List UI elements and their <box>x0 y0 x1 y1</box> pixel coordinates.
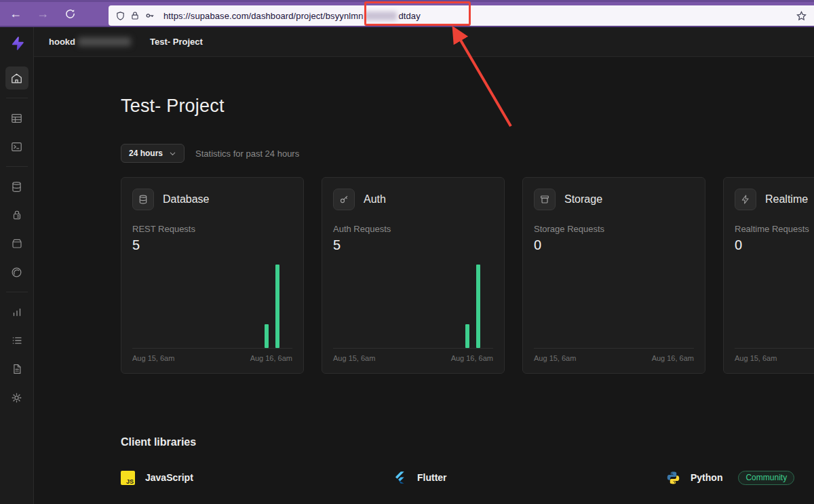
x-axis-start-label: Aug 15, 6am <box>333 354 375 362</box>
auth-usage-card: Auth Auth Requests 5 Aug 15, 6am Aug 16,… <box>322 177 505 374</box>
lock-icon[interactable] <box>130 11 140 20</box>
library-javascript[interactable]: JS JavaScript <box>121 470 393 485</box>
sidebar-divider <box>6 166 28 167</box>
bookmark-star-icon[interactable] <box>796 10 807 22</box>
time-range-label: 24 hours <box>129 149 163 158</box>
metric-label: REST Requests <box>132 224 292 234</box>
sidebar-item-logs[interactable] <box>5 329 28 352</box>
browser-back-button[interactable]: ← <box>7 5 24 23</box>
sidebar-item-edge-functions[interactable] <box>5 260 28 284</box>
supabase-dashboard: hookd Test- Project Test- Project 24 hou… <box>0 27 814 504</box>
flutter-logo-icon <box>393 470 407 485</box>
key-icon <box>333 189 355 210</box>
org-breadcrumb[interactable]: hookd <box>49 37 75 47</box>
sidebar-item-api-docs[interactable] <box>5 357 28 381</box>
metric-label: Auth Requests <box>333 224 493 234</box>
storage-usage-card: Storage Storage Requests 0 Aug 15, 6am A… <box>522 177 705 374</box>
x-axis-end-label: Aug 16, 6am <box>451 354 493 362</box>
client-libraries-heading: Client libraries <box>121 436 814 448</box>
sidebar-divider <box>6 98 28 98</box>
metric-value: 5 <box>333 237 493 253</box>
metric-label: Storage Requests <box>534 224 694 234</box>
mini-bar-chart <box>333 257 493 349</box>
org-blurred-text <box>78 37 131 46</box>
x-axis-end-label: Aug 16, 6am <box>652 354 694 362</box>
supabase-logo-icon[interactable] <box>9 35 25 52</box>
javascript-logo-icon: JS <box>121 471 135 485</box>
card-title: Database <box>163 193 210 206</box>
sidebar-item-settings[interactable] <box>5 386 28 409</box>
sidebar-item-table-editor[interactable] <box>5 106 28 130</box>
browser-toolbar: ← → https://supabase.com/dashboard/proje… <box>0 0 814 27</box>
metric-value: 0 <box>735 237 814 253</box>
library-name: JavaScript <box>145 472 193 483</box>
main-content: Test- Project 24 hours Statistics for pa… <box>34 57 814 504</box>
community-badge: Community <box>738 471 794 485</box>
card-title: Auth <box>364 193 386 206</box>
project-breadcrumb[interactable]: Test- Project <box>150 37 203 47</box>
url-blurred-segment <box>364 12 397 20</box>
sidebar-item-sql-editor[interactable] <box>5 135 28 158</box>
card-title: Realtime <box>765 193 808 206</box>
page-title: Test- Project <box>121 96 814 117</box>
sidebar-item-database[interactable] <box>5 175 28 198</box>
time-range-dropdown[interactable]: 24 hours <box>121 144 185 163</box>
client-libraries-row: JS JavaScript Flutter Python Community <box>121 470 814 485</box>
python-logo-icon <box>666 471 680 485</box>
sidebar-item-storage[interactable] <box>5 232 28 255</box>
database-icon <box>132 189 154 210</box>
database-usage-card: Database REST Requests 5 Aug 15, 6am Aug… <box>121 177 304 374</box>
url-bar[interactable]: https://supabase.com/dashboard/project/b… <box>109 5 814 26</box>
metric-value: 0 <box>534 237 694 253</box>
mini-bar-chart <box>132 257 292 349</box>
shield-icon[interactable] <box>115 11 125 21</box>
statistics-caption: Statistics for past 24 hours <box>195 149 299 159</box>
sidebar-item-home[interactable] <box>5 66 28 90</box>
x-axis-end-label: Aug 16, 6am <box>250 354 292 362</box>
mini-bar-chart <box>534 257 694 349</box>
sidebar-item-auth[interactable] <box>5 203 28 227</box>
sidebar <box>0 27 34 504</box>
chevron-down-icon <box>169 150 176 157</box>
lightning-icon <box>735 189 756 210</box>
metric-value: 5 <box>132 237 292 253</box>
key-icon[interactable] <box>144 10 155 21</box>
x-axis-start-label: Aug 15, 6am <box>132 354 174 362</box>
x-axis-start-label: Aug 15, 6am <box>735 354 777 362</box>
metric-label: Realtime Requests <box>735 224 814 234</box>
sidebar-item-reports[interactable] <box>5 301 28 324</box>
realtime-usage-card: Realtime Realtime Requests 0 Aug 15, 6am <box>723 177 814 374</box>
sidebar-divider <box>6 292 28 292</box>
usage-cards-row: Database REST Requests 5 Aug 15, 6am Aug… <box>121 177 814 374</box>
mini-bar-chart <box>735 257 814 349</box>
card-title: Storage <box>564 193 602 206</box>
library-flutter[interactable]: Flutter <box>393 470 666 485</box>
library-python[interactable]: Python Community <box>666 470 814 485</box>
archive-icon <box>534 189 556 210</box>
top-navigation: hookd Test- Project <box>34 27 814 57</box>
url-text: https://supabase.com/dashboard/project/b… <box>163 11 421 21</box>
browser-reload-button[interactable] <box>61 5 79 23</box>
library-name: Flutter <box>417 472 447 483</box>
browser-forward-button[interactable]: → <box>34 5 52 23</box>
library-name: Python <box>691 472 722 483</box>
x-axis-start-label: Aug 15, 6am <box>534 354 576 362</box>
